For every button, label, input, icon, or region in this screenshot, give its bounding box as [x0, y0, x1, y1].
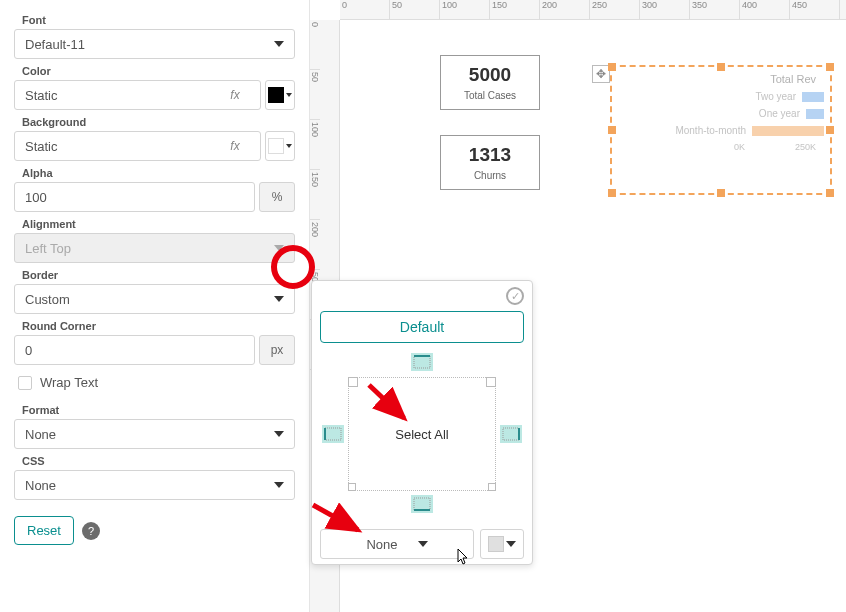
confirm-icon[interactable]: ✓ — [506, 287, 524, 305]
css-label: CSS — [22, 455, 295, 467]
background-select[interactable]: Static fx — [14, 131, 261, 161]
caret-icon — [418, 541, 428, 547]
font-label: Font — [22, 14, 295, 26]
alignment-label: Alignment — [22, 218, 295, 230]
card-title: Total Cases — [451, 90, 529, 101]
background-label: Background — [22, 116, 295, 128]
font-select[interactable]: Default-11 — [14, 29, 295, 59]
help-icon[interactable]: ? — [82, 522, 100, 540]
caret-icon — [286, 144, 292, 148]
default-button[interactable]: Default — [320, 311, 524, 343]
background-swatch-button[interactable] — [265, 131, 295, 161]
ruler-horizontal: 050100150200250300350400450 — [340, 0, 846, 20]
svg-rect-0 — [414, 356, 430, 368]
swatch-white — [268, 138, 284, 154]
border-popover: ✓ Default Select All None — [311, 280, 533, 565]
card-value: 5000 — [451, 64, 529, 86]
svg-rect-2 — [325, 428, 341, 440]
border-color-button[interactable] — [480, 529, 524, 559]
caret-icon — [274, 245, 284, 251]
wrap-text-label: Wrap Text — [40, 375, 98, 390]
caret-icon — [274, 482, 284, 488]
border-select[interactable]: Custom — [14, 284, 295, 314]
round-corner-label: Round Corner — [22, 320, 295, 332]
svg-rect-4 — [503, 428, 519, 440]
border-right-icon[interactable] — [500, 425, 522, 443]
round-corner-input[interactable]: 0 — [14, 335, 255, 365]
properties-panel: Font Default-11 Color Static fx Backgrou… — [0, 0, 310, 612]
color-select[interactable]: Static fx — [14, 80, 261, 110]
border-top-icon[interactable] — [411, 353, 433, 371]
alpha-input[interactable]: 100 — [14, 182, 255, 212]
alignment-select: Left Top — [14, 233, 295, 263]
card-churns[interactable]: 1313 Churns — [440, 135, 540, 190]
swatch-black — [268, 87, 284, 103]
caret-icon — [274, 296, 284, 302]
wrap-text-checkbox[interactable] — [18, 376, 32, 390]
reset-button[interactable]: Reset — [14, 516, 74, 545]
css-select[interactable]: None — [14, 470, 295, 500]
caret-icon — [286, 93, 292, 97]
round-unit: px — [259, 335, 295, 365]
alpha-unit: % — [259, 182, 295, 212]
bar-chart: Total Rev Two year One year Month-to-mon… — [618, 73, 824, 187]
fx-icon: fx — [220, 80, 250, 110]
color-swatch-button[interactable] — [265, 80, 295, 110]
fx-icon: fx — [220, 131, 250, 161]
chart-title: Total Rev — [618, 73, 824, 85]
color-label: Color — [22, 65, 295, 77]
format-select[interactable]: None — [14, 419, 295, 449]
border-style-select[interactable]: None — [320, 529, 474, 559]
border-label: Border — [22, 269, 295, 281]
swatch-grey — [488, 536, 504, 552]
alpha-label: Alpha — [22, 167, 295, 179]
format-label: Format — [22, 404, 295, 416]
card-total-cases[interactable]: 5000 Total Cases — [440, 55, 540, 110]
card-value: 1313 — [451, 144, 529, 166]
caret-icon — [274, 41, 284, 47]
select-all-button[interactable]: Select All — [348, 377, 496, 491]
cursor-icon — [455, 548, 471, 566]
border-bottom-icon[interactable] — [411, 495, 433, 513]
border-left-icon[interactable] — [322, 425, 344, 443]
caret-icon — [506, 541, 516, 547]
chart-selection[interactable]: ✥ Total Rev Two year One year Month-to-m… — [610, 65, 832, 195]
caret-icon — [274, 431, 284, 437]
card-title: Churns — [451, 170, 529, 181]
svg-rect-6 — [414, 498, 430, 510]
